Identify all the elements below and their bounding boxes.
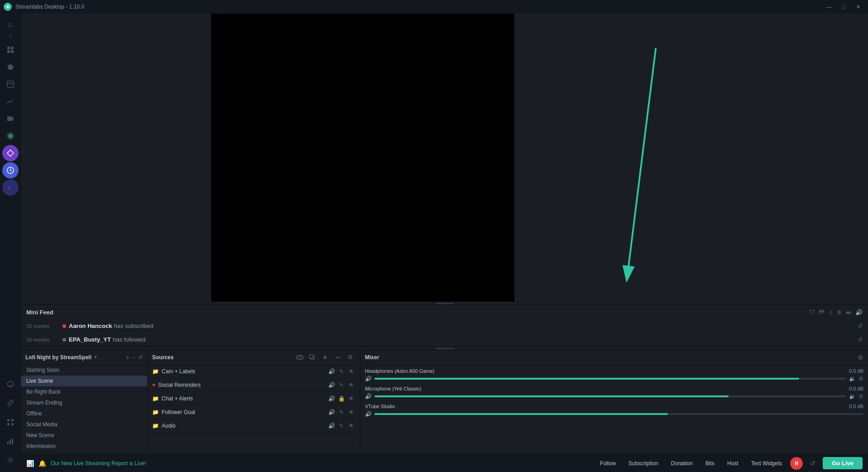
mixer-item-settings-2[interactable]: ⚙ — [858, 393, 863, 400]
mixer-mute-icon-1[interactable]: 🔉 — [849, 376, 856, 382]
content-area: Mini Feed 🛡 ⛿ ♫ ⏸ ⏭ 🔊 10 months Aaron Ha… — [21, 14, 868, 472]
subscription-button[interactable]: Subscription — [624, 458, 663, 469]
scene-item-be-right-back[interactable]: Be Right Back — [21, 386, 147, 397]
user-avatar[interactable]: R — [790, 457, 803, 470]
source-visible-icon-4[interactable]: 👁 — [347, 408, 355, 416]
mixer-vol-icon-2[interactable]: 🔊 — [365, 393, 372, 400]
close-button[interactable]: ✕ — [852, 2, 864, 12]
source-audio-icon-4[interactable]: 🔊 — [327, 408, 336, 416]
source-visible-icon-2[interactable]: 👁 — [347, 381, 355, 389]
mixer-vol-icon-3[interactable]: 🔊 — [365, 411, 372, 417]
sidebar-item-scenes[interactable] — [2, 42, 19, 58]
minimize-button[interactable]: — — [823, 2, 835, 12]
mixer-item-microphone: Microphone (Yeti Classic) 0.0 dB 🔊 🔉 ⚙ — [360, 384, 868, 402]
mixer-slider-3[interactable] — [374, 413, 863, 415]
feed-filter-icon[interactable]: ⛿ — [819, 309, 825, 316]
history-button[interactable]: ↺ — [806, 457, 819, 470]
feed-pause-icon[interactable]: ⏸ — [836, 309, 842, 316]
sidebar-item-home[interactable]: ⌂ — [2, 16, 19, 33]
mixer-settings-button[interactable]: ⚙ — [858, 354, 863, 361]
sources-list: 📁 Cam + Labels 🔊 ✎ 👁 ♥ Social Reminders — [148, 365, 360, 454]
mixer-item-settings-1[interactable]: ⚙ — [858, 376, 863, 382]
scene-item-social-media[interactable]: Social Media — [21, 419, 147, 430]
donation-button[interactable]: Donation — [667, 458, 697, 469]
source-audio-icon-1[interactable]: 🔊 — [327, 367, 336, 376]
sidebar-item-widgets[interactable] — [2, 59, 19, 75]
mixer-list: Headphones (Astro A50 Game) 0.0 dB 🔊 🔉 ⚙ — [360, 365, 868, 454]
svg-point-32 — [300, 357, 301, 358]
preview-area[interactable] — [211, 14, 514, 302]
feed-item-subscribe[interactable]: 10 months Aaron Hancock has subscribed ↺ — [21, 319, 868, 333]
sidebar-item-settings[interactable] — [2, 452, 19, 468]
maximize-button[interactable]: □ — [837, 2, 850, 12]
mixer-mute-icon-2[interactable]: 🔉 — [849, 393, 856, 400]
feed-skip-icon[interactable]: ⏭ — [846, 309, 852, 316]
source-add-button[interactable]: + — [320, 352, 330, 362]
scenes-dropdown-arrow: ▼ — [93, 355, 98, 360]
scene-filter-button[interactable]: ⇄ — [139, 354, 143, 361]
sidebar-item-link[interactable] — [2, 395, 19, 411]
go-live-button[interactable]: Go Live — [823, 457, 863, 469]
sidebar-item-diamond[interactable] — [2, 145, 19, 161]
source-item-audio[interactable]: 📁 Audio 🔊 ✎ 👁 — [148, 419, 360, 433]
status-bar-chart-icon[interactable]: 📊 — [26, 460, 34, 467]
feed-refresh-1[interactable]: ↺ — [858, 323, 863, 329]
source-edit-icon-4[interactable]: ✎ — [337, 408, 345, 416]
sidebar-item-music[interactable]: ♪ — [2, 179, 19, 196]
mixer-vol-icon-1[interactable]: 🔊 — [365, 376, 372, 382]
source-item-chat-alerts[interactable]: 📁 Chat + Alerts 🔊 🔒 👁 — [148, 392, 360, 405]
scenes-title-dropdown[interactable]: Lofi Night by StreamSpell ▼ — [25, 354, 98, 361]
sidebar-item-bars[interactable] — [2, 433, 19, 449]
source-settings-button[interactable]: ⚙ — [345, 352, 355, 362]
source-audio-icon-2[interactable]: 🔊 — [327, 381, 336, 389]
sidebar-item-mask[interactable] — [2, 376, 19, 392]
source-audio-icon-3[interactable]: 🔊 — [327, 395, 336, 403]
sidebar-item-video[interactable] — [2, 111, 19, 127]
sidebar-item-media[interactable] — [2, 128, 19, 144]
mixer-slider-fill-1 — [374, 378, 799, 380]
source-visible-icon-3[interactable]: 👁 — [347, 395, 355, 403]
source-item-social-reminders[interactable]: ♥ Social Reminders 🔊 ✎ 👁 — [148, 378, 360, 392]
source-lock-icon-3[interactable]: 🔒 — [337, 395, 345, 403]
test-widgets-button[interactable]: Test Widgets — [747, 458, 787, 469]
host-button[interactable]: Host — [723, 458, 743, 469]
scene-item-starting-soon[interactable]: Starting Soon — [21, 365, 147, 376]
follow-button[interactable]: Follow — [595, 458, 620, 469]
source-visible-icon-5[interactable]: 👁 — [347, 422, 355, 430]
sidebar-item-stats[interactable] — [2, 93, 19, 110]
resize-indicator — [436, 303, 454, 304]
scene-item-stream-ending[interactable]: Stream Ending — [21, 397, 147, 408]
scene-item-new-scene[interactable]: New Scene — [21, 430, 147, 441]
source-gamepad-button[interactable] — [295, 352, 305, 362]
source-edit-icon-5[interactable]: ✎ — [337, 422, 345, 430]
mixer-name-microphone: Microphone (Yeti Classic) — [365, 386, 421, 391]
feed-volume-icon[interactable]: 🔊 — [855, 309, 863, 316]
scene-item-live-scene[interactable]: Live Scene — [21, 376, 147, 386]
feed-music-icon[interactable]: ♫ — [828, 309, 833, 316]
source-item-cam-labels[interactable]: 📁 Cam + Labels 🔊 ✎ 👁 — [148, 365, 360, 378]
source-edit-icon-1[interactable]: ✎ — [337, 367, 345, 376]
sidebar-item-apps[interactable] — [2, 414, 19, 430]
source-visible-icon-1[interactable]: 👁 — [347, 367, 355, 376]
sidebar-item-store[interactable] — [2, 76, 19, 92]
feed-item-follow[interactable]: 10 months EPA_Busty_YT has followed ↺ — [21, 333, 868, 347]
source-remove-button[interactable]: − — [333, 352, 343, 362]
sidebar-item-clock[interactable] — [2, 162, 19, 178]
source-item-follower-goal[interactable]: 📁 Follower Goal 🔊 ✎ 👁 — [148, 405, 360, 419]
mixer-slider-1[interactable] — [374, 378, 846, 380]
news-text[interactable]: Our New Live Streaming Report is Live! — [51, 460, 146, 467]
scene-item-offline[interactable]: Offline — [21, 408, 147, 419]
status-left: 📊 🔔 Our New Live Streaming Report is Liv… — [26, 460, 146, 467]
source-copy-button[interactable] — [307, 352, 317, 362]
sidebar-expand[interactable]: › — [7, 32, 14, 39]
feed-filter-shield-icon[interactable]: 🛡 — [809, 309, 815, 316]
scene-item-intermission[interactable]: Intermission — [21, 441, 147, 452]
mixer-slider-2[interactable] — [374, 395, 846, 397]
feed-time-2: 10 months — [26, 337, 62, 342]
source-edit-icon-2[interactable]: ✎ — [337, 381, 345, 389]
scene-remove-button[interactable]: − — [132, 354, 136, 361]
source-audio-icon-5[interactable]: 🔊 — [327, 422, 336, 430]
bits-button[interactable]: Bits — [701, 458, 719, 469]
scene-add-button[interactable]: + — [126, 354, 129, 361]
feed-refresh-2[interactable]: ↺ — [858, 336, 863, 343]
